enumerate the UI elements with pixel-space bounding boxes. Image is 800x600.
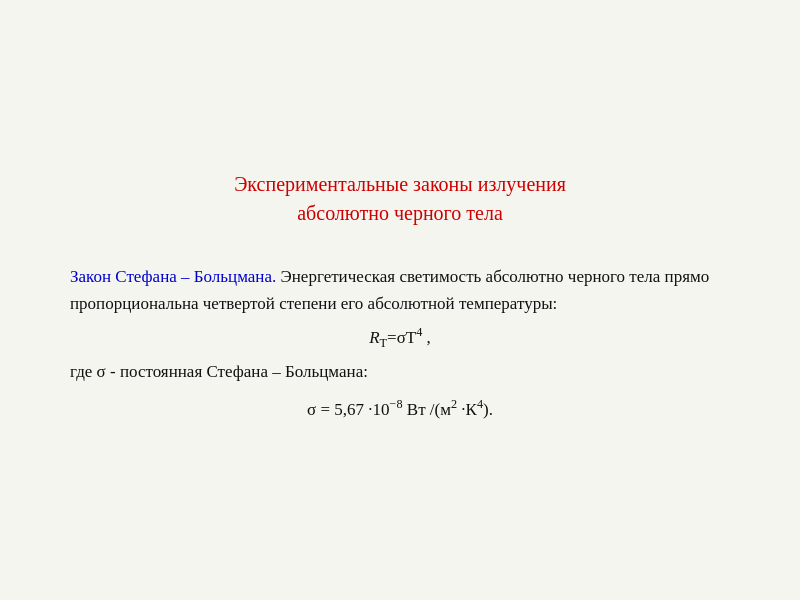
formula-R: RT=σT4 ,: [369, 328, 431, 347]
formula-sub-T: T: [380, 336, 387, 350]
title-line2: абсолютно черного тела: [297, 202, 503, 224]
sigma-k-power: 4: [477, 398, 483, 412]
sigma-expression: σ = 5,67 ·10−8 Вт /(м2 ·К4).: [307, 400, 493, 419]
page-title: Экспериментальные законы излучения абсол…: [70, 170, 730, 228]
body-text: Закон Стефана – Больцмана. Энергетическа…: [70, 264, 730, 423]
main-formula: RT=σT4 ,: [70, 323, 730, 353]
sigma-m-power: 2: [451, 398, 457, 412]
law-paragraph: Закон Стефана – Больцмана. Энергетическа…: [70, 264, 730, 317]
page: Экспериментальные законы излучения абсол…: [20, 130, 780, 469]
formula-sup-4: 4: [416, 325, 422, 339]
where-text: где σ - постоянная Стефана – Больцмана:: [70, 359, 730, 385]
sigma-formula: σ = 5,67 ·10−8 Вт /(м2 ·К4).: [70, 396, 730, 424]
sigma-exponent: −8: [390, 398, 403, 412]
title-line1: Экспериментальные законы излучения: [234, 173, 566, 195]
law-name: Закон Стефана – Больцмана.: [70, 267, 276, 286]
